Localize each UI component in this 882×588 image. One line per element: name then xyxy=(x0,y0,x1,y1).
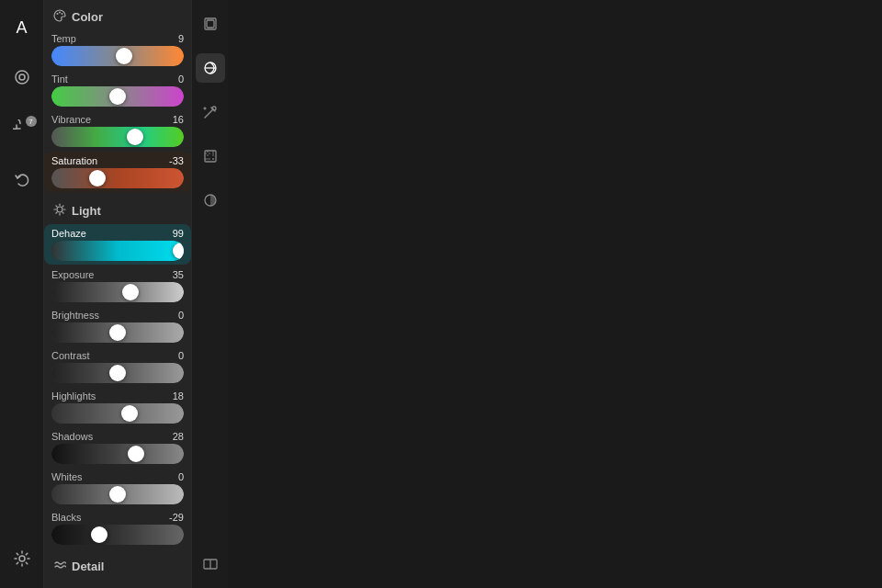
highlights-label: Highlights xyxy=(51,390,96,401)
highlights-slider-row[interactable]: Highlights 18 xyxy=(44,388,191,426)
shadows-thumb[interactable] xyxy=(128,446,144,462)
dehaze-track[interactable] xyxy=(51,241,184,261)
svg-line-12 xyxy=(62,212,63,213)
svg-line-11 xyxy=(56,206,57,207)
light-label: Light xyxy=(72,204,101,218)
vibrance-bg xyxy=(51,127,184,147)
exposure-thumb[interactable] xyxy=(122,284,139,300)
svg-point-20 xyxy=(212,107,216,110)
contrast-value: 0 xyxy=(162,350,184,361)
undo-tool[interactable] xyxy=(6,165,39,198)
svg-point-4 xyxy=(59,12,61,14)
highlights-value: 18 xyxy=(162,390,184,401)
dehaze-thumb[interactable] xyxy=(173,243,184,259)
highlights-thumb[interactable] xyxy=(121,405,138,422)
text-icon: A xyxy=(16,18,27,38)
brightness-track[interactable] xyxy=(51,322,184,343)
mask-tool[interactable] xyxy=(196,186,225,215)
vibrance-thumb[interactable] xyxy=(127,129,143,145)
color-icon xyxy=(53,9,66,25)
dehaze-slider-row[interactable]: Dehaze 99 xyxy=(44,224,191,265)
blacks-thumb[interactable] xyxy=(91,526,107,543)
history-badge: 7 xyxy=(26,116,37,127)
text-tool[interactable]: A xyxy=(6,11,39,44)
compare-tool[interactable] xyxy=(196,549,225,579)
whites-value: 0 xyxy=(162,471,184,482)
whites-thumb[interactable] xyxy=(109,486,126,503)
blacks-value: -29 xyxy=(162,512,184,523)
brightness-thumb[interactable] xyxy=(109,324,126,341)
detail-icon xyxy=(53,559,66,574)
highlights-track[interactable] xyxy=(51,403,184,424)
exposure-track[interactable] xyxy=(51,282,184,302)
exposure-slider-row[interactable]: Exposure 35 xyxy=(44,266,191,305)
shadows-track[interactable] xyxy=(51,444,184,464)
exposure-label: Exposure xyxy=(51,269,94,280)
dehaze-bg xyxy=(51,241,184,261)
whites-label: Whites xyxy=(51,471,83,482)
layers-tool[interactable] xyxy=(196,9,225,39)
vibrance-track[interactable] xyxy=(51,127,184,147)
temp-slider-row[interactable]: Temp 9 xyxy=(44,30,191,69)
brightness-slider-row[interactable]: Brightness 0 xyxy=(44,307,191,345)
saturation-track[interactable] xyxy=(51,168,184,188)
svg-rect-23 xyxy=(205,151,216,162)
gear-icon xyxy=(13,549,31,572)
settings-tool[interactable] xyxy=(6,544,39,577)
light-section-header: Light xyxy=(44,194,191,224)
history-tool[interactable]: 7 xyxy=(6,114,39,147)
edit-tool[interactable] xyxy=(196,53,225,83)
shadows-slider-row[interactable]: Shadows 28 xyxy=(44,428,191,467)
dehaze-value: 99 xyxy=(162,228,184,239)
contrast-track[interactable] xyxy=(51,363,184,383)
whites-slider-row[interactable]: Whites 0 xyxy=(44,469,191,507)
temp-thumb[interactable] xyxy=(116,48,132,64)
blacks-track[interactable] xyxy=(51,525,184,545)
contrast-slider-row[interactable]: Contrast 0 xyxy=(44,347,191,386)
brightness-value: 0 xyxy=(162,310,184,321)
svg-point-5 xyxy=(62,13,63,15)
vibrance-slider-row[interactable]: Vibrance 16 xyxy=(44,111,191,150)
highlights-bg xyxy=(51,403,184,424)
light-icon xyxy=(53,203,66,219)
saturation-bg xyxy=(51,168,184,188)
saturation-thumb[interactable] xyxy=(89,170,106,187)
blacks-bg xyxy=(51,525,184,545)
temp-track[interactable] xyxy=(51,46,184,66)
saturation-slider-row[interactable]: Saturation -33 xyxy=(44,152,191,192)
brush-tool[interactable] xyxy=(6,62,39,96)
right-panel: Color Temp 9 Tint 0 xyxy=(44,0,191,588)
detail-label: Detail xyxy=(72,560,104,573)
svg-point-6 xyxy=(57,207,62,212)
vibrance-label: Vibrance xyxy=(51,114,91,125)
magic-tool[interactable] xyxy=(196,97,225,127)
temp-value: 9 xyxy=(162,33,184,44)
whites-track[interactable] xyxy=(51,484,184,504)
contrast-thumb[interactable] xyxy=(109,365,126,381)
svg-point-1 xyxy=(19,74,25,80)
undo-icon xyxy=(13,171,31,194)
blacks-label: Blacks xyxy=(51,512,81,523)
svg-line-13 xyxy=(62,206,63,207)
shadows-value: 28 xyxy=(162,431,184,442)
tint-track[interactable] xyxy=(51,86,184,107)
shadows-label: Shadows xyxy=(51,431,93,442)
tint-slider-row[interactable]: Tint 0 xyxy=(44,71,191,109)
svg-line-14 xyxy=(56,212,57,213)
left-toolbar: A 7 xyxy=(0,0,44,588)
vibrance-value: 16 xyxy=(162,114,184,125)
tint-thumb[interactable] xyxy=(109,88,126,105)
saturation-label: Saturation xyxy=(51,155,97,166)
svg-point-3 xyxy=(57,13,59,15)
exposure-bg xyxy=(51,282,184,302)
saturation-value: -33 xyxy=(162,155,184,166)
brightness-label: Brightness xyxy=(51,310,99,321)
transform-tool[interactable] xyxy=(196,141,225,171)
svg-rect-16 xyxy=(207,20,214,28)
blacks-slider-row[interactable]: Blacks -29 xyxy=(44,509,191,548)
temp-label: Temp xyxy=(51,33,76,44)
shadows-bg xyxy=(51,444,184,464)
tint-value: 0 xyxy=(162,74,184,85)
svg-point-0 xyxy=(16,71,28,84)
svg-line-18 xyxy=(205,109,213,118)
